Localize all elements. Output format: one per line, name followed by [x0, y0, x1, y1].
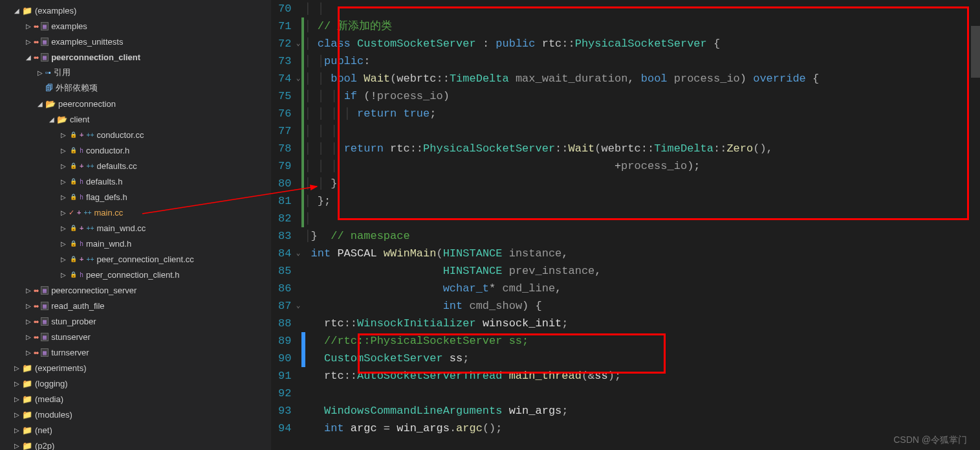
tree-item[interactable]: ◢📂peerconnection: [0, 96, 271, 111]
code-line[interactable]: │} // namespace: [304, 227, 971, 245]
solution-explorer[interactable]: ◢📁(examples)▷••▦examples▷••▦examples_uni…: [0, 0, 272, 450]
tree-item[interactable]: ◢📁(examples): [0, 3, 271, 18]
project-dots-icon: ••: [34, 348, 38, 357]
code-line[interactable]: │: [304, 210, 971, 227]
tree-item[interactable]: 🗐外部依赖项: [0, 80, 271, 96]
code-line[interactable]: │ class CustomSocketServer : public rtc:…: [304, 35, 971, 52]
tree-item[interactable]: ▷••▦stunserver: [0, 329, 271, 344]
tree-chevron-icon[interactable]: ▷: [23, 318, 34, 325]
code-line[interactable]: int PASCAL wWinMain(HINSTANCE instance,: [304, 245, 971, 262]
scrollbar-thumb[interactable]: [971, 26, 980, 78]
code-line[interactable]: rtc::WinsockInitializer winsock_init;: [304, 315, 971, 332]
code-line[interactable]: │ │ │: [304, 122, 971, 140]
folder-icon: 📁: [22, 363, 32, 373]
tree-chevron-icon[interactable]: ◢: [35, 100, 45, 107]
tree-item[interactable]: ▷🔒hmain_wnd.h: [0, 236, 271, 251]
tree-item[interactable]: ▷📁(experiments): [0, 360, 271, 376]
tree-item[interactable]: ◢••▦peerconnection_client: [0, 49, 271, 65]
line-number: 83: [278, 227, 291, 245]
tree-chevron-icon[interactable]: ▷: [23, 302, 34, 309]
code-line[interactable]: int argc = win_args.argc();: [304, 420, 971, 437]
tree-chevron-icon[interactable]: ▷: [58, 225, 69, 232]
tree-item[interactable]: ◢📂client: [0, 111, 271, 127]
tree-chevron-icon[interactable]: ▷: [58, 209, 69, 216]
tree-item[interactable]: ▷📁(logging): [0, 376, 271, 391]
tree-chevron-icon[interactable]: ▷: [58, 147, 69, 154]
fold-chevron-icon[interactable]: ⌄: [296, 245, 301, 262]
tree-item[interactable]: ▷••▦examples_unittests: [0, 34, 271, 49]
tree-chevron-icon[interactable]: ▷: [23, 23, 34, 30]
code-line[interactable]: │ │ }: [304, 175, 971, 192]
tree-chevron-icon[interactable]: ▷: [35, 69, 45, 76]
code-line[interactable]: │ };: [304, 192, 971, 210]
code-line[interactable]: wchar_t* cmd_line,: [304, 280, 971, 297]
tree-item[interactable]: ▷••▦examples: [0, 18, 271, 34]
tree-chevron-icon[interactable]: ◢: [47, 116, 57, 123]
tree-chevron-icon[interactable]: ▷: [23, 287, 34, 294]
tree-item[interactable]: ▷🔒hflag_defs.h: [0, 189, 271, 205]
tree-item[interactable]: ▷🔒hdefaults.h: [0, 174, 271, 189]
code-line[interactable]: │ │ │ │ return true;: [304, 105, 971, 122]
tree-chevron-icon[interactable]: ▷: [12, 411, 22, 418]
code-line[interactable]: rtc::AutoSocketServerThread main_thread(…: [304, 367, 971, 385]
code-editor[interactable]: 707172⌄7374⌄75767778798081828384⌄858687⌄…: [272, 0, 980, 450]
line-number: 70: [278, 0, 291, 17]
tree-chevron-icon[interactable]: ▷: [58, 163, 69, 170]
tree-chevron-icon[interactable]: ▷: [23, 333, 34, 341]
tree-item[interactable]: ▷📁(p2p): [0, 438, 271, 450]
tree-chevron-icon[interactable]: ▷: [12, 427, 22, 434]
fold-chevron-icon[interactable]: ⌄: [296, 35, 301, 52]
tree-item[interactable]: ▷✓+++main.cc: [0, 205, 271, 220]
code-line[interactable]: HINSTANCE prev_instance,: [304, 262, 971, 280]
code-line[interactable]: │ │public:: [304, 52, 971, 70]
tree-item[interactable]: ▷🔒hconductor.h: [0, 142, 271, 158]
tree-chevron-icon[interactable]: ▷: [58, 194, 69, 201]
code-area[interactable]: │ ││ // 新添加的类│ class CustomSocketServer …: [304, 0, 971, 450]
line-number: 71: [278, 17, 291, 35]
tree-chevron-icon[interactable]: ▷: [12, 380, 22, 387]
tree-item[interactable]: ▷••▦stun_prober: [0, 313, 271, 329]
tree-chevron-icon[interactable]: ▷: [12, 442, 22, 449]
tree-chevron-icon[interactable]: ▷: [58, 271, 69, 278]
code-line[interactable]: [304, 385, 971, 402]
fold-chevron-icon[interactable]: ⌄: [296, 70, 301, 87]
code-line[interactable]: │ │: [304, 0, 971, 17]
code-line[interactable]: int cmd_show) {: [304, 297, 971, 315]
lock-icon: 🔒: [70, 271, 77, 278]
code-line[interactable]: │ // 新添加的类: [304, 17, 971, 35]
tree-chevron-icon[interactable]: ◢: [12, 7, 22, 14]
tree-chevron-icon[interactable]: ▷: [12, 365, 22, 372]
tree-item[interactable]: ▷••▦read_auth_file: [0, 298, 271, 313]
code-line[interactable]: │ │ │ return rtc::PhysicalSocketServer::…: [304, 140, 971, 157]
tree-item[interactable]: ▷🔒+++defaults.cc: [0, 158, 271, 174]
tree-chevron-icon[interactable]: ◢: [23, 54, 34, 61]
tree-item[interactable]: ▷🔒+++peer_connection_client.cc: [0, 251, 271, 267]
code-line[interactable]: │ │ │ +process_io);: [304, 157, 971, 175]
tree-item-label: 引用: [54, 67, 71, 78]
tree-chevron-icon[interactable]: ▷: [58, 178, 69, 185]
tree-item[interactable]: ▷••▦turnserver: [0, 344, 271, 360]
tree-item[interactable]: ▷📁(media): [0, 391, 271, 407]
plus-icon: +: [77, 208, 81, 216]
tree-item[interactable]: ▷▫▪引用: [0, 65, 271, 80]
tree-chevron-icon[interactable]: ▷: [58, 256, 69, 263]
tree-item[interactable]: ▷🔒+++main_wnd.cc: [0, 220, 271, 236]
tree-item[interactable]: ▷••▦peerconnection_server: [0, 282, 271, 298]
tree-item[interactable]: ▷🔒+++conductor.cc: [0, 127, 271, 142]
tree-chevron-icon[interactable]: ▷: [23, 349, 34, 356]
tree-chevron-icon[interactable]: ▷: [58, 240, 69, 247]
code-line[interactable]: │ │ bool Wait(webrtc::TimeDelta max_wait…: [304, 70, 971, 87]
tree-chevron-icon[interactable]: ▷: [23, 38, 34, 45]
tree-chevron-icon[interactable]: ▷: [12, 396, 22, 403]
code-line[interactable]: │ │ │ if (!process_io): [304, 87, 971, 105]
vertical-scrollbar[interactable]: [971, 0, 980, 450]
tree-item[interactable]: ▷🔒hpeer_connection_client.h: [0, 267, 271, 282]
code-line[interactable]: WindowsCommandLineArguments win_args;: [304, 402, 971, 420]
change-indicator: [301, 210, 304, 227]
code-line[interactable]: //rtc::PhysicalSocketServer ss;: [304, 332, 971, 350]
code-line[interactable]: CustomSocketServer ss;: [304, 350, 971, 367]
tree-item[interactable]: ▷📁(modules): [0, 407, 271, 422]
tree-item[interactable]: ▷📁(net): [0, 422, 271, 438]
tree-chevron-icon[interactable]: ▷: [58, 131, 69, 139]
fold-chevron-icon[interactable]: ⌄: [296, 297, 301, 315]
